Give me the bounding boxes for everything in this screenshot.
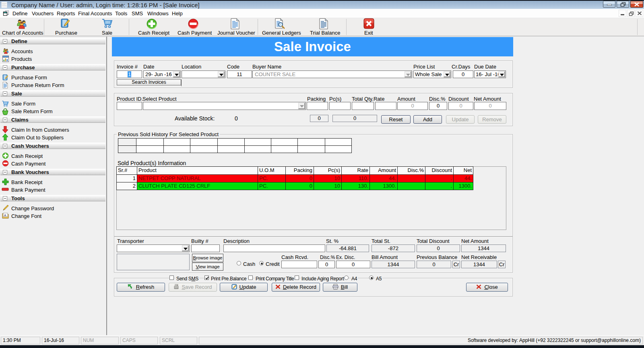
svg-text:A: A (4, 213, 6, 217)
